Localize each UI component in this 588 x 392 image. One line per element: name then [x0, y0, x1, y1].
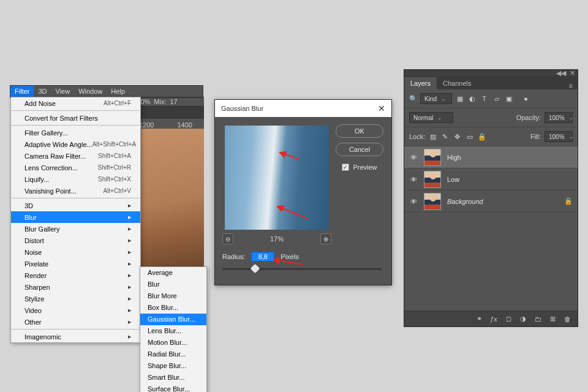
menu-item-sharpen[interactable]: Sharpen: [11, 281, 140, 293]
delete-layer-icon[interactable]: 🗑: [563, 315, 571, 323]
panel-menu-icon[interactable]: ≡: [564, 82, 578, 89]
sub-item-motion-blur[interactable]: Motion Blur...: [140, 337, 206, 349]
menu-item-filter-gallery[interactable]: Filter Gallery...: [11, 127, 140, 138]
menu-item-render[interactable]: Render: [11, 270, 140, 281]
sub-item-lens-blur[interactable]: Lens Blur...: [140, 325, 206, 337]
link-layers-icon[interactable]: ⚭: [475, 315, 483, 323]
menu-item-label: Convert for Smart Filters: [24, 115, 98, 122]
menu-help[interactable]: Help: [107, 86, 129, 97]
menu-item-adaptive-wide-angle[interactable]: Adaptive Wide Angle...Alt+Shift+Ctrl+A: [11, 138, 140, 150]
lock-transparent-icon[interactable]: ▨: [429, 133, 437, 141]
layer-name[interactable]: Background: [447, 198, 558, 205]
lock-pixels-icon[interactable]: ✎: [441, 133, 449, 141]
search-icon[interactable]: 🔍: [409, 95, 417, 103]
menu-view[interactable]: View: [51, 86, 75, 97]
menu-item-liquify[interactable]: Liquify...Shift+Ctrl+X: [11, 173, 140, 185]
blend-mode-select[interactable]: Normal: [409, 112, 453, 123]
panel-close-icon[interactable]: ✕: [570, 69, 575, 77]
sub-item-smart-blur[interactable]: Smart Blur...: [140, 372, 206, 383]
filter-toggle-icon[interactable]: ●: [522, 95, 530, 103]
preview-checkbox[interactable]: ✓ Preview: [342, 164, 377, 171]
layer-name[interactable]: Low: [447, 176, 573, 183]
group-icon[interactable]: 🗀: [533, 315, 542, 323]
menu-item-stylize[interactable]: Stylize: [11, 293, 140, 304]
slider-thumb[interactable]: [251, 264, 260, 274]
tab-channels[interactable]: Channels: [437, 77, 477, 89]
menu-item-last-filter[interactable]: Add Noise Alt+Ctrl+F: [11, 97, 140, 109]
layer-row[interactable]: 👁 High: [404, 146, 578, 168]
menu-item-label: Other: [24, 318, 42, 326]
menu-item-other[interactable]: Other: [11, 316, 140, 328]
layer-thumbnail[interactable]: [424, 171, 441, 188]
collapse-icon[interactable]: ◀◀: [556, 69, 566, 77]
new-layer-icon[interactable]: ⊞: [548, 315, 557, 323]
menu-window[interactable]: Window: [74, 86, 107, 97]
menu-item-smart-filters[interactable]: Convert for Smart Filters: [11, 112, 140, 124]
menu-item-3d[interactable]: 3D: [11, 200, 140, 211]
filter-row: 🔍 Kind ▦ ◐ T ▱ ▣ ●: [404, 89, 578, 108]
type-layer-icon[interactable]: T: [480, 95, 488, 103]
ok-button[interactable]: OK: [336, 124, 383, 138]
fill-select[interactable]: 100%: [545, 131, 573, 142]
lock-row: Lock: ▨ ✎ ✥ ▭ 🔒 Fill: 100%: [404, 127, 578, 146]
sub-item-box-blur[interactable]: Box Blur...: [140, 302, 206, 314]
visibility-icon[interactable]: 👁: [409, 154, 418, 161]
pixel-layer-icon[interactable]: ▦: [456, 95, 464, 103]
opacity-select[interactable]: 100%: [545, 112, 573, 123]
slider-track: [222, 268, 382, 270]
zoom-in-icon[interactable]: ⊕: [320, 233, 331, 244]
menu-item-label: Adaptive Wide Angle...: [24, 141, 92, 148]
lock-artboard-icon[interactable]: ▭: [466, 133, 473, 141]
layer-name[interactable]: High: [447, 154, 573, 161]
filter-type-icons: ▦ ◐ T ▱ ▣ ●: [456, 95, 530, 103]
layer-thumbnail[interactable]: [424, 193, 441, 210]
zoom-out-icon[interactable]: ⊖: [222, 233, 233, 244]
menu-item-label: Stylize: [24, 295, 44, 303]
sub-item-blur-more[interactable]: Blur More: [140, 290, 206, 302]
menu-item-blur[interactable]: Blur: [11, 211, 140, 223]
layer-style-icon[interactable]: ƒx: [489, 315, 498, 323]
blend-row: Normal Opacity: 100%: [404, 108, 578, 127]
dialog-preview[interactable]: [225, 126, 329, 230]
dialog-button-column: OK Cancel ✓ Preview: [335, 124, 384, 171]
sub-item-gaussian-blur[interactable]: Gaussian Blur...: [140, 314, 206, 325]
menu-item-label: Lens Correction...: [24, 164, 78, 172]
layer-row[interactable]: 👁 Background 🔒: [404, 190, 578, 213]
menu-item-shortcut: Alt+Shift+Ctrl+A: [92, 141, 136, 148]
shape-layer-icon[interactable]: ▱: [492, 95, 500, 103]
menu-item-noise[interactable]: Noise: [11, 246, 140, 258]
dialog-title: Gaussian Blur: [221, 105, 263, 112]
layer-thumbnail[interactable]: [424, 149, 441, 166]
smart-object-icon[interactable]: ▣: [505, 95, 513, 103]
visibility-icon[interactable]: 👁: [409, 198, 418, 205]
menu-item-imagenomic[interactable]: Imagenomic: [11, 331, 140, 342]
layer-mask-icon[interactable]: ◻: [504, 315, 513, 323]
sub-item-average[interactable]: Average: [140, 267, 206, 279]
separator: [12, 110, 140, 111]
menu-item-video[interactable]: Video: [11, 304, 140, 316]
radius-slider[interactable]: [222, 265, 382, 274]
adjustment-icon[interactable]: ◑: [519, 315, 527, 323]
menu-filter[interactable]: Filter: [10, 86, 34, 97]
sub-item-surface-blur[interactable]: Surface Blur...: [140, 383, 206, 392]
close-icon[interactable]: ✕: [378, 104, 385, 113]
kind-filter-select[interactable]: Kind: [420, 93, 452, 104]
lock-all-icon[interactable]: 🔒: [478, 133, 486, 141]
cancel-button[interactable]: Cancel: [336, 143, 383, 156]
menu-3d[interactable]: 3D: [34, 86, 51, 97]
menu-item-camera-raw[interactable]: Camera Raw Filter...Shift+Ctrl+A: [11, 150, 140, 162]
lock-position-icon[interactable]: ✥: [453, 133, 461, 141]
radius-input[interactable]: [251, 252, 274, 262]
menu-item-blur-gallery[interactable]: Blur Gallery: [11, 223, 140, 235]
sub-item-blur[interactable]: Blur: [140, 279, 206, 290]
menu-item-pixelate[interactable]: Pixelate: [11, 258, 140, 270]
menu-item-vanishing-point[interactable]: Vanishing Point...Alt+Ctrl+V: [11, 185, 140, 197]
visibility-icon[interactable]: 👁: [409, 176, 418, 183]
layer-row[interactable]: 👁 Low: [404, 168, 578, 190]
sub-item-shape-blur[interactable]: Shape Blur...: [140, 360, 206, 372]
sub-item-radial-blur[interactable]: Radial Blur...: [140, 349, 206, 360]
menu-item-distort[interactable]: Distort: [11, 235, 140, 246]
tab-layers[interactable]: Layers: [404, 77, 437, 89]
menu-item-lens-correction[interactable]: Lens Correction...Shift+Ctrl+R: [11, 162, 140, 173]
adjustment-layer-icon[interactable]: ◐: [468, 95, 476, 103]
